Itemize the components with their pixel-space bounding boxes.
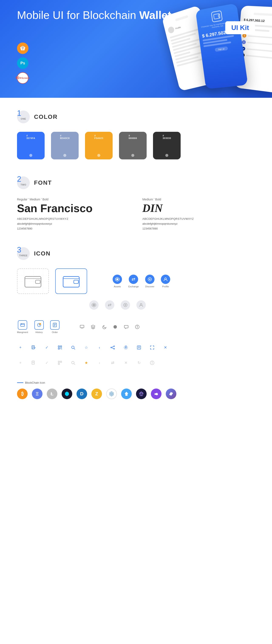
icon-x-gray: ✕: [122, 360, 129, 366]
svg-point-18: [165, 278, 166, 280]
svg-point-60: [125, 347, 126, 348]
icon-info-gray: [149, 360, 156, 366]
crypto-gem: [136, 388, 146, 399]
svg-line-88: [141, 393, 142, 396]
svg-point-28: [40, 323, 41, 324]
svg-rect-44: [58, 346, 59, 347]
font-grid: Regular ' Medium ' Bold San Francisco AB…: [17, 198, 255, 230]
nav-icon-assets: Assets: [112, 274, 122, 288]
hero-title: Mobile UI for Blockchain Wallet: [17, 8, 171, 22]
icon-order: Order: [50, 320, 60, 334]
svg-rect-48: [58, 348, 59, 349]
svg-rect-52: [62, 348, 62, 350]
svg-point-77: [152, 362, 152, 362]
color-section: 1 ONE COLOR #3574FA #8DA0C8 #F5A623 #666…: [0, 98, 272, 168]
svg-marker-81: [111, 393, 112, 394]
svg-point-55: [114, 346, 114, 347]
svg-rect-50: [61, 348, 62, 348]
svg-point-35: [114, 325, 117, 328]
crypto-zcash: Z: [92, 388, 102, 399]
crypto-token-dark: [62, 388, 72, 399]
icon-plus-gray: +: [17, 360, 24, 366]
crypto-ethereum: Ξ: [32, 388, 42, 399]
icon-row-toolbar-gray: + ✓ ★ ‹ ⇄: [17, 360, 255, 366]
font-din: Medium ' Bold DIN ABCDEFGHIJKLMNOPQRSTUV…: [142, 198, 255, 230]
icon-redo-gray: ↻: [136, 360, 142, 366]
svg-line-58: [112, 346, 114, 347]
icon-resize: [149, 344, 156, 351]
font-section-header: 2 TWO FONT: [17, 176, 255, 189]
svg-rect-70: [60, 361, 62, 362]
nav-icon-profile-gray: [136, 300, 146, 310]
icon-management: Mangment: [17, 320, 28, 334]
svg-point-17: [149, 279, 150, 280]
icon-section-header: 3 THREE ICON: [17, 247, 255, 260]
crypto-bitcoin: ₿: [17, 388, 28, 399]
svg-point-23: [140, 304, 142, 305]
section-3-badge: 3 THREE: [17, 247, 30, 260]
svg-rect-24: [20, 324, 24, 326]
icon-chat: [78, 324, 86, 330]
icon-close: ✕: [162, 344, 169, 351]
icon-search: [70, 344, 76, 351]
svg-point-53: [72, 346, 74, 348]
color-swatch-dark: #303030: [153, 132, 180, 160]
icon-row-2-gray: [17, 300, 255, 310]
crypto-polygon: [151, 388, 162, 399]
svg-marker-15: [116, 278, 118, 280]
extra-icons-row: [78, 324, 141, 330]
nav-icon-profile: Profile: [161, 274, 170, 288]
icon-moon: [101, 324, 108, 330]
svg-point-73: [72, 361, 74, 364]
svg-rect-12: [74, 280, 78, 284]
svg-point-90: [170, 392, 172, 396]
section-2-badge: 2 TWO: [17, 176, 30, 189]
svg-rect-51: [60, 348, 61, 349]
icon-qr: [56, 344, 63, 351]
svg-rect-49: [60, 348, 60, 348]
section-1-badge: 1 ONE: [17, 110, 30, 123]
crypto-litecoin: Ł: [47, 388, 58, 399]
hero-badges: Ps 60+ Screens: [17, 42, 28, 84]
color-title: COLOR: [34, 114, 58, 120]
icon-chevron-left: ‹: [96, 344, 103, 351]
crypto-network: [106, 388, 117, 399]
icon-share: [109, 344, 116, 351]
icon-qr-gray: [56, 360, 63, 366]
icon-info: [134, 324, 141, 330]
icon-document-gray: [30, 360, 37, 366]
svg-point-57: [114, 348, 114, 349]
icon-search-gray: [70, 360, 76, 366]
font-san-francisco: Regular ' Medium ' Bold San Francisco AB…: [17, 198, 130, 230]
icon-chevron-left-gray: ‹: [96, 360, 103, 366]
icon-check-gray: ✓: [43, 360, 50, 366]
svg-marker-82: [124, 392, 128, 396]
icon-layers: [90, 324, 96, 330]
nav-icon-exchange: Exchange: [128, 274, 139, 288]
svg-marker-83: [140, 392, 143, 396]
nav-icon-discover: Discover: [145, 274, 154, 288]
icon-chat-bubble: [123, 324, 130, 330]
icon-row-1: Assets Exchange Discover: [17, 268, 255, 294]
icon-section: 3 THREE ICON: [0, 239, 272, 420]
icon-star-yellow: ★: [83, 360, 90, 366]
wallet-filled-icon: [55, 268, 87, 294]
svg-rect-33: [80, 325, 84, 328]
hero-section: Mobile UI for Blockchain Wallet UI Kit P…: [0, 0, 272, 98]
icon-check: ✓: [43, 344, 50, 351]
color-section-header: 1 ONE COLOR: [17, 110, 255, 123]
color-swatch-blue-gray: #8DA0C8: [51, 132, 78, 160]
svg-line-59: [112, 348, 114, 348]
svg-rect-68: [58, 361, 59, 362]
icon-settings: [122, 344, 129, 351]
svg-line-87: [140, 393, 141, 396]
svg-rect-72: [58, 364, 59, 364]
svg-marker-78: [65, 392, 69, 396]
svg-marker-20: [93, 304, 95, 306]
nav-icon-discover-gray: [121, 300, 130, 310]
phone-mockups: Profile: [162, 4, 272, 90]
icon-document-edit: [30, 344, 37, 351]
nav-icon-assets-gray: [89, 300, 98, 310]
icon-plus: +: [17, 344, 24, 351]
color-swatch-blue: #3574FA: [17, 132, 44, 160]
